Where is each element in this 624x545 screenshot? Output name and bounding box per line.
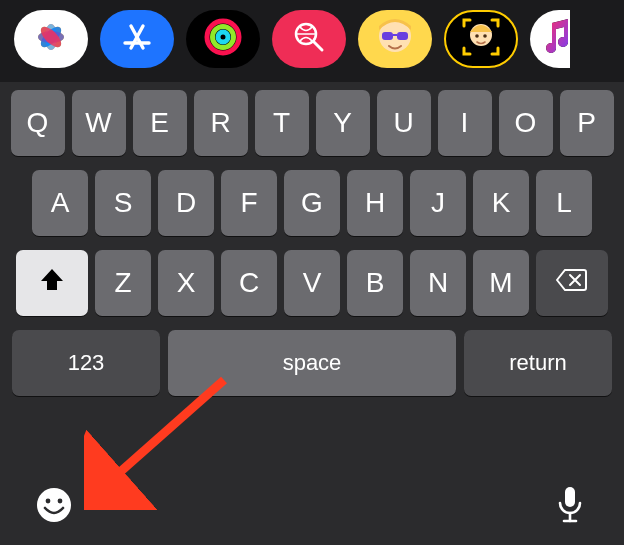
key-backspace[interactable] — [536, 250, 608, 316]
key-s[interactable]: S — [95, 170, 151, 236]
key-x[interactable]: X — [158, 250, 214, 316]
app-store[interactable] — [100, 10, 174, 68]
imessage-app-tray — [0, 0, 624, 82]
key-b[interactable]: B — [347, 250, 403, 316]
svg-point-0 — [45, 24, 57, 50]
shift-icon — [39, 267, 65, 300]
app-memoji-sunglasses[interactable] — [358, 10, 432, 68]
svg-point-7 — [38, 24, 65, 51]
memoji-focus-icon — [458, 14, 504, 64]
key-z[interactable]: Z — [95, 250, 151, 316]
svg-line-12 — [314, 42, 322, 50]
emoji-keyboard-button[interactable] — [32, 485, 76, 529]
app-store-icon — [119, 19, 155, 59]
keyboard-row-bottom: 123 space return — [6, 330, 618, 396]
svg-rect-23 — [565, 487, 575, 507]
key-shift[interactable] — [16, 250, 88, 316]
keyboard-row-3: Z X C V B N M — [6, 250, 618, 316]
key-k[interactable]: K — [473, 170, 529, 236]
emoji-smile-icon — [35, 486, 73, 528]
key-y[interactable]: Y — [316, 90, 370, 156]
key-p[interactable]: P — [560, 90, 614, 156]
app-music[interactable] — [530, 10, 570, 68]
svg-point-21 — [46, 499, 51, 504]
app-activity[interactable] — [186, 10, 260, 68]
svg-point-19 — [483, 34, 487, 38]
svg-point-8 — [207, 21, 239, 53]
svg-rect-14 — [382, 32, 393, 40]
key-f[interactable]: F — [221, 170, 277, 236]
svg-point-17 — [470, 24, 492, 46]
svg-point-5 — [38, 24, 65, 51]
key-o[interactable]: O — [499, 90, 553, 156]
key-u[interactable]: U — [377, 90, 431, 156]
key-l[interactable]: L — [536, 170, 592, 236]
svg-point-18 — [475, 34, 479, 38]
key-a[interactable]: A — [32, 170, 88, 236]
svg-point-2 — [38, 31, 64, 43]
key-d[interactable]: D — [158, 170, 214, 236]
key-numbers[interactable]: 123 — [12, 330, 160, 396]
svg-point-11 — [296, 24, 316, 44]
key-return[interactable]: return — [464, 330, 612, 396]
key-j[interactable]: J — [410, 170, 466, 236]
magnifier-globe-icon — [290, 18, 328, 60]
key-h[interactable]: H — [347, 170, 403, 236]
key-m[interactable]: M — [473, 250, 529, 316]
activity-rings-icon — [203, 17, 243, 61]
key-g[interactable]: G — [284, 170, 340, 236]
key-r[interactable]: R — [194, 90, 248, 156]
svg-point-13 — [379, 20, 411, 52]
svg-point-1 — [38, 24, 65, 51]
microphone-icon — [555, 485, 585, 529]
key-i[interactable]: I — [438, 90, 492, 156]
key-t[interactable]: T — [255, 90, 309, 156]
svg-rect-16 — [393, 34, 397, 36]
dictation-button[interactable] — [548, 485, 592, 529]
keyboard-bottom-bar — [0, 455, 624, 545]
ios-keyboard: Q W E R T Y U I O P A S D F G H J K L Z … — [0, 82, 624, 396]
key-c[interactable]: C — [221, 250, 277, 316]
music-note-icon — [542, 19, 570, 59]
app-photos[interactable] — [14, 10, 88, 68]
key-n[interactable]: N — [410, 250, 466, 316]
key-e[interactable]: E — [133, 90, 187, 156]
photos-icon — [32, 18, 70, 60]
svg-point-9 — [213, 27, 234, 48]
key-space[interactable]: space — [168, 330, 456, 396]
svg-point-10 — [218, 32, 228, 42]
app-find[interactable] — [272, 10, 346, 68]
keyboard-row-1: Q W E R T Y U I O P — [6, 90, 618, 156]
svg-point-3 — [38, 24, 65, 51]
key-v[interactable]: V — [284, 250, 340, 316]
app-memoji-editor[interactable] — [444, 10, 518, 68]
backspace-icon — [556, 267, 588, 299]
memoji-sunglasses-icon — [372, 14, 418, 64]
svg-point-6 — [38, 31, 64, 43]
svg-rect-15 — [397, 32, 408, 40]
key-q[interactable]: Q — [11, 90, 65, 156]
key-w[interactable]: W — [72, 90, 126, 156]
svg-point-4 — [45, 24, 57, 50]
keyboard-row-2: A S D F G H J K L — [6, 170, 618, 236]
svg-point-20 — [37, 488, 71, 522]
svg-point-22 — [58, 499, 63, 504]
